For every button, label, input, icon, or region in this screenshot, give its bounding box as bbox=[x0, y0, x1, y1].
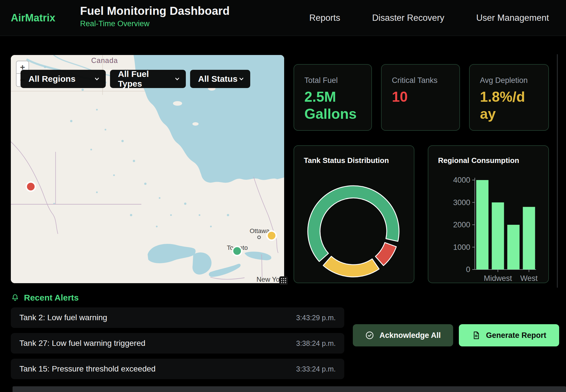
x-tick-label: West bbox=[520, 274, 538, 283]
generate-report-button[interactable]: Generate Report bbox=[459, 324, 559, 346]
stat-label: Avg Depletion bbox=[480, 76, 548, 85]
horizontal-scrollbar[interactable] bbox=[13, 386, 566, 392]
nav-user-management[interactable]: User Management bbox=[476, 13, 549, 23]
y-tick-label: 1000 bbox=[453, 243, 470, 252]
bar-1 bbox=[492, 203, 504, 270]
map-label-canada: Canada bbox=[91, 56, 118, 64]
alert-message: Tank 15: Pressure threshold exceeded bbox=[19, 364, 156, 373]
stat-card-avg-depletion: Avg Depletion 1.8%/day bbox=[469, 64, 549, 131]
map-resize-handle[interactable] bbox=[279, 276, 288, 285]
map-panel[interactable]: Canada Ottawa Toronto New York + − All R… bbox=[11, 55, 284, 283]
map-canvas[interactable]: Canada Ottawa Toronto New York bbox=[11, 55, 284, 283]
check-circle-icon bbox=[365, 331, 374, 340]
stat-card-critical-tanks: Critical Tanks 10 bbox=[381, 64, 460, 131]
acknowledge-all-label: Acknowledge All bbox=[379, 331, 441, 340]
y-tick-label: 0 bbox=[466, 265, 470, 274]
region-filter-dropdown[interactable]: All Regions bbox=[21, 70, 106, 88]
bar-0 bbox=[476, 180, 488, 270]
stat-value-total-fuel: 2.5M Gallons bbox=[304, 88, 357, 122]
donut-chart-title: Tank Status Distribution bbox=[304, 156, 389, 165]
stat-value-critical-tanks: 10 bbox=[392, 88, 445, 105]
regional-consumption-bar-chart: 01000200030004000MidwestWest bbox=[428, 146, 549, 284]
page-title: Fuel Monitoring Dashboard bbox=[80, 5, 230, 17]
alert-time: 3:43:29 p.m. bbox=[296, 314, 336, 322]
y-tick-label: 4000 bbox=[453, 176, 470, 184]
map-marker-normal[interactable] bbox=[233, 246, 242, 256]
map-marker-critical[interactable] bbox=[26, 182, 35, 191]
tank-status-card: Tank Status Distribution bbox=[294, 145, 414, 283]
donut-segment-warning bbox=[323, 256, 379, 277]
stat-value-avg-depletion: 1.8%/day bbox=[480, 88, 533, 122]
stat-label: Critical Tanks bbox=[392, 76, 459, 85]
title-block: Fuel Monitoring Dashboard Real-Time Over… bbox=[80, 5, 230, 28]
main-nav: Reports Disaster Recovery User Managemen… bbox=[309, 0, 549, 36]
donut-segment-critical bbox=[375, 242, 396, 266]
chevron-down-icon bbox=[174, 76, 180, 82]
alert-row[interactable]: Tank 27: Low fuel warning triggered 3:38… bbox=[11, 333, 344, 354]
chevron-down-icon bbox=[238, 76, 245, 82]
bar-3 bbox=[523, 207, 535, 270]
acknowledge-all-button[interactable]: Acknowledge All bbox=[353, 324, 453, 346]
town-dot-icon bbox=[258, 236, 260, 239]
regional-consumption-card: Regional Consumption 01000200030004000Mi… bbox=[428, 145, 549, 283]
recent-alerts-heading: Recent Alerts bbox=[11, 293, 79, 303]
recent-alerts-title: Recent Alerts bbox=[24, 293, 79, 303]
region-filter-value: All Regions bbox=[28, 74, 76, 84]
vertical-scrollbar[interactable] bbox=[557, 54, 558, 288]
map-marker-warning[interactable] bbox=[267, 231, 276, 240]
bell-icon bbox=[11, 293, 19, 302]
alert-row[interactable]: Tank 2: Low fuel warning 3:43:29 p.m. bbox=[11, 307, 344, 328]
y-tick-label: 2000 bbox=[453, 220, 470, 229]
tank-status-donut-chart bbox=[305, 183, 402, 280]
alert-time: 3:33:24 p.m. bbox=[296, 365, 336, 373]
nav-disaster-recovery[interactable]: Disaster Recovery bbox=[372, 13, 444, 23]
alert-message: Tank 2: Low fuel warning bbox=[19, 313, 107, 322]
drag-dots-icon bbox=[280, 277, 287, 284]
generate-report-label: Generate Report bbox=[486, 331, 546, 340]
x-tick-label: Midwest bbox=[484, 274, 512, 283]
stat-card-total-fuel: Total Fuel 2.5M Gallons bbox=[294, 64, 372, 131]
fuel-type-filter-value: All Fuel Types bbox=[118, 69, 174, 89]
alert-time: 3:38:24 p.m. bbox=[296, 339, 336, 348]
bar-2 bbox=[507, 225, 520, 270]
app-logo[interactable]: AirMatrix bbox=[11, 12, 55, 24]
fuel-type-filter-dropdown[interactable]: All Fuel Types bbox=[110, 70, 186, 88]
status-filter-dropdown[interactable]: All Status bbox=[190, 70, 250, 88]
alert-row[interactable]: Tank 15: Pressure threshold exceeded 3:3… bbox=[11, 359, 344, 379]
y-tick-label: 3000 bbox=[453, 198, 470, 207]
page-subtitle: Real-Time Overview bbox=[80, 19, 230, 28]
nav-reports[interactable]: Reports bbox=[309, 13, 340, 23]
alert-message: Tank 27: Low fuel warning triggered bbox=[19, 339, 145, 348]
top-bar: AirMatrix Fuel Monitoring Dashboard Real… bbox=[0, 0, 566, 36]
chevron-down-icon bbox=[94, 76, 100, 82]
map-filters: All Regions All Fuel Types All Status bbox=[21, 70, 250, 88]
stat-label: Total Fuel bbox=[304, 76, 371, 85]
map-label-ottawa: Ottawa bbox=[250, 227, 270, 234]
document-icon bbox=[472, 331, 481, 340]
status-filter-value: All Status bbox=[198, 74, 237, 84]
